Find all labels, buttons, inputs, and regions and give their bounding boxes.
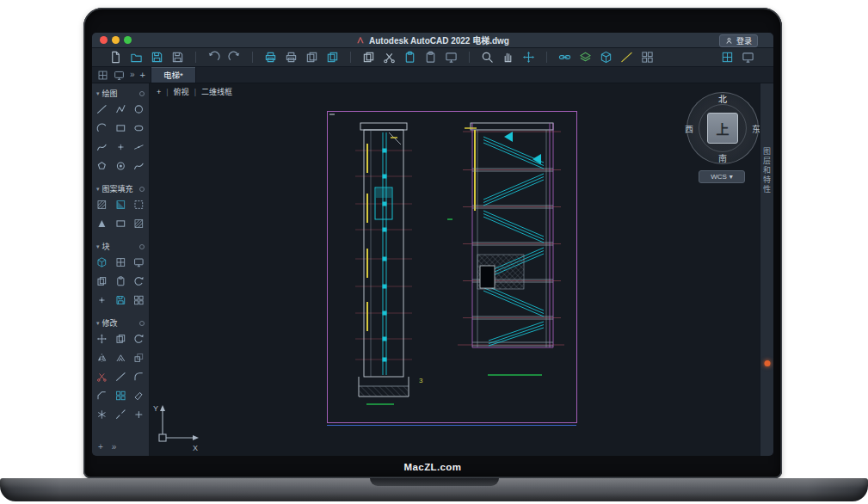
insert-block-tool-icon[interactable] (96, 256, 108, 268)
scale-tool-icon[interactable] (133, 352, 145, 364)
polyline-tool-icon[interactable] (115, 103, 126, 115)
copy-tool-icon[interactable] (115, 333, 126, 345)
gradient-tool-icon[interactable] (115, 199, 126, 211)
region-tool-icon[interactable] (115, 218, 126, 230)
viewport-view-control[interactable]: 俯视 (174, 86, 189, 97)
manage-attributes-tool-icon[interactable] (115, 275, 126, 287)
line-tool-icon[interactable] (96, 103, 108, 115)
point-tool-icon[interactable] (115, 141, 126, 153)
viewcube-south[interactable]: 南 (683, 151, 762, 164)
solid-fill-tool-icon[interactable] (96, 218, 108, 230)
panel-launcher-icon[interactable] (139, 91, 145, 96)
layers-properties-panel-tab[interactable]: 图层和特性 (761, 147, 773, 194)
viewport-expand-control[interactable]: + (157, 88, 161, 96)
shaft-cap[interactable] (360, 123, 407, 130)
boundary-tool-icon[interactable] (133, 199, 145, 211)
tool-palettes-icon[interactable] (721, 51, 734, 64)
layout-icon[interactable] (114, 70, 125, 81)
construction-line-tool-icon[interactable] (133, 141, 145, 153)
extend-tool-icon[interactable] (115, 371, 126, 383)
section-header-block[interactable]: ▾ 块 (92, 240, 149, 253)
viewcube-top-face[interactable]: 上 (707, 113, 738, 144)
new-file-icon[interactable] (109, 51, 122, 64)
arc-tool-icon[interactable] (96, 122, 108, 134)
ellipse-tool-icon[interactable] (133, 122, 145, 134)
join-tool-icon[interactable] (133, 409, 145, 421)
page-setup-icon[interactable] (305, 51, 318, 64)
viewcube-north[interactable]: 北 (683, 92, 762, 105)
trim-tool-icon[interactable] (96, 371, 108, 383)
save-icon[interactable] (151, 51, 163, 64)
palette-add-button[interactable]: + (98, 442, 103, 452)
define-attribute-tool-icon[interactable] (96, 275, 108, 287)
panel-launcher-icon[interactable] (139, 321, 145, 326)
plot-icon[interactable] (264, 51, 277, 64)
plot-preview-icon[interactable] (285, 51, 298, 64)
palette-overflow-icon[interactable]: » (112, 442, 117, 452)
count-blocks-tool-icon[interactable] (133, 294, 145, 306)
drawing-canvas[interactable]: 3 Y X (150, 83, 760, 456)
pan-icon[interactable] (502, 51, 514, 64)
block-editor-icon[interactable] (600, 51, 613, 64)
external-reference-icon[interactable] (558, 51, 571, 64)
erase-tool-icon[interactable] (133, 390, 145, 402)
array-tool-icon[interactable] (115, 390, 126, 402)
copy-clip-icon[interactable] (362, 51, 375, 64)
section-header-draw[interactable]: ▾ 绘图 (92, 87, 149, 100)
spline-tool-icon[interactable] (96, 141, 108, 153)
donut-tool-icon[interactable] (115, 160, 126, 172)
stair-section[interactable] (458, 123, 564, 347)
viewcube[interactable]: 北 南 西 东 上 (683, 89, 762, 168)
notification-dot[interactable] (764, 360, 770, 366)
section-header-hatch[interactable]: ▾ 图案填充 (92, 182, 149, 195)
explode-tool-icon[interactable] (96, 409, 108, 421)
undo-icon[interactable] (207, 51, 220, 64)
stair-cap[interactable] (471, 123, 553, 130)
revision-cloud-tool-icon[interactable] (133, 160, 145, 172)
paste-clip-icon[interactable] (403, 51, 416, 64)
rectangle-tool-icon[interactable] (115, 122, 126, 134)
quick-view-icon[interactable] (97, 70, 108, 81)
panel-launcher-icon[interactable] (139, 244, 145, 249)
layer-properties-icon[interactable] (579, 51, 592, 64)
chamfer-tool-icon[interactable] (96, 390, 108, 402)
publish-icon[interactable] (326, 51, 339, 64)
zoom-extents-icon[interactable] (522, 51, 535, 64)
set-base-point-tool-icon[interactable] (96, 294, 108, 306)
workspace-switching-icon[interactable] (742, 51, 754, 64)
login-button[interactable]: 登录 (719, 34, 758, 47)
tab-overflow-icon[interactable]: » (130, 71, 135, 79)
block-editor-tool-icon[interactable] (133, 256, 145, 268)
stair-flights[interactable] (483, 137, 544, 346)
section-header-modify[interactable]: ▾ 修改 (92, 317, 149, 329)
new-tab-button[interactable]: + (140, 71, 145, 80)
circle-tool-icon[interactable] (133, 103, 145, 115)
elevator-section[interactable] (355, 123, 412, 396)
polygon-tool-icon[interactable] (96, 160, 108, 172)
drawing-tab[interactable]: 电梯* (151, 67, 196, 83)
rotate-tool-icon[interactable] (133, 333, 145, 345)
panel-launcher-icon[interactable] (139, 187, 145, 192)
save-all-icon[interactable] (171, 51, 184, 64)
top-brace[interactable] (389, 132, 401, 144)
match-properties-icon[interactable] (424, 51, 437, 64)
open-icon[interactable] (130, 51, 143, 64)
hatch-tool-icon[interactable] (96, 199, 108, 211)
group-objects-icon[interactable] (641, 51, 654, 64)
flight-arrow-1[interactable] (504, 132, 513, 142)
move-tool-icon[interactable] (96, 333, 108, 345)
hatch-edit-tool-icon[interactable] (133, 218, 145, 230)
offset-tool-icon[interactable] (115, 352, 126, 364)
break-tool-icon[interactable] (115, 409, 126, 421)
redo-icon[interactable] (228, 51, 241, 64)
floor-level-lines[interactable] (458, 132, 564, 345)
viewport-visual-style-control[interactable]: 二维线框 (201, 86, 232, 97)
write-block-tool-icon[interactable] (115, 294, 126, 306)
mirror-tool-icon[interactable] (96, 352, 108, 364)
sync-attributes-tool-icon[interactable] (133, 275, 145, 287)
ucs-icon[interactable]: Y X (153, 404, 199, 452)
landing-solid-block[interactable] (480, 266, 495, 288)
fillet-tool-icon[interactable] (133, 371, 145, 383)
properties-icon[interactable] (445, 51, 458, 64)
viewcube-west[interactable]: 西 (685, 122, 693, 135)
